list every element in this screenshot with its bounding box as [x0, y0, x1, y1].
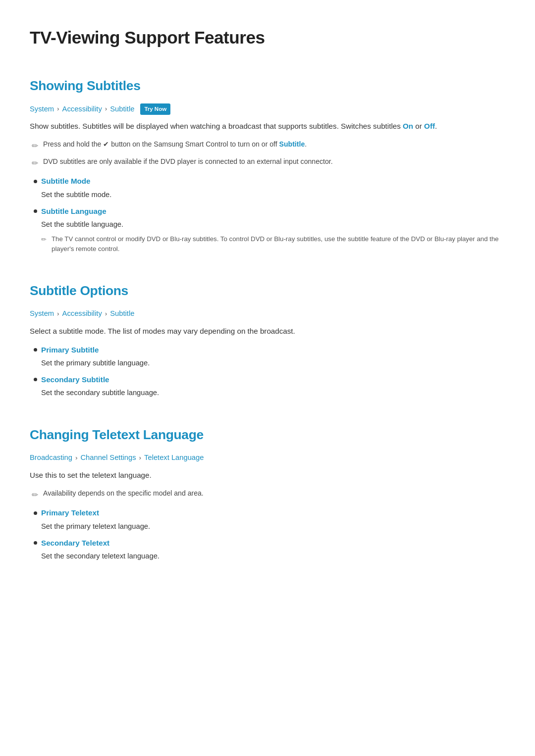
try-now-badge[interactable]: Try Now	[140, 103, 170, 114]
bullet-title: Secondary Subtitle	[34, 374, 505, 386]
breadcrumb-subtitle-options: System›Accessibility›Subtitle	[30, 308, 505, 320]
breadcrumb-changing-teletext: Broadcasting›Channel Settings›Teletext L…	[30, 452, 505, 464]
bullet-title: Primary Teletext	[34, 507, 505, 519]
section-changing-teletext: Changing Teletext LanguageBroadcasting›C…	[30, 424, 505, 562]
off-label: Off	[424, 122, 435, 130]
breadcrumb-separator: ›	[57, 103, 59, 114]
section-description: Show subtitles. Subtitles will be displa…	[30, 120, 505, 132]
list-item: Subtitle LanguageSet the subtitle langua…	[30, 205, 505, 254]
bullet-title-text: Secondary Subtitle	[41, 374, 109, 386]
sub-note: ✏The TV cannot control or modify DVD or …	[34, 234, 505, 254]
list-item: Primary SubtitleSet the primary subtitle…	[30, 344, 505, 369]
bullet-dot-icon	[34, 378, 37, 381]
list-item: Subtitle ModeSet the subtitle mode.	[30, 175, 505, 200]
bullet-title-text: Primary Teletext	[41, 507, 99, 519]
section-description: Use this to set the teletext language.	[30, 469, 505, 481]
bullet-description: Set the subtitle mode.	[34, 189, 505, 201]
bullet-dot-icon	[34, 180, 37, 183]
breadcrumb-item-0[interactable]: System	[30, 103, 54, 115]
breadcrumb-item-2[interactable]: Teletext Language	[144, 452, 204, 464]
list-item: Primary TeletextSet the primary teletext…	[30, 507, 505, 532]
breadcrumb-item-1[interactable]: Channel Settings	[80, 452, 136, 464]
breadcrumb-separator: ›	[75, 453, 78, 463]
bullet-description: Set the primary teletext language.	[34, 521, 505, 532]
bullet-description: Set the subtitle language.	[34, 219, 505, 230]
breadcrumb-item-1[interactable]: Accessibility	[62, 103, 102, 115]
breadcrumb-item-2[interactable]: Subtitle	[110, 103, 134, 115]
heading-changing-teletext: Changing Teletext Language	[30, 424, 505, 445]
list-item: Secondary SubtitleSet the secondary subt…	[30, 374, 505, 399]
pencil-icon: ✏	[41, 235, 47, 245]
bullet-title: Secondary Teletext	[34, 537, 505, 549]
bullet-description: Set the primary subtitle language.	[34, 357, 505, 369]
page-title: TV-Viewing Support Features	[30, 24, 505, 51]
heading-showing-subtitles: Showing Subtitles	[30, 75, 505, 96]
breadcrumb-separator: ›	[139, 453, 142, 463]
note-text: Press and hold the ✔ button on the Samsu…	[43, 139, 307, 150]
availability-note-text: Availability depends on the specific mod…	[43, 488, 204, 499]
note-highlight: Subtitle	[279, 140, 305, 148]
breadcrumb-item-0[interactable]: System	[30, 308, 54, 320]
note-item-1: ✏DVD subtitles are only available if the…	[30, 156, 505, 170]
bullet-dot-icon	[34, 511, 37, 515]
availability-note: ✏Availability depends on the specific mo…	[30, 488, 505, 502]
bullet-dot-icon	[34, 348, 37, 352]
breadcrumb-showing-subtitles: System›Accessibility›SubtitleTry Now	[30, 103, 505, 115]
note-item-0: ✏Press and hold the ✔ button on the Sams…	[30, 139, 505, 152]
section-subtitle-options: Subtitle OptionsSystem›Accessibility›Sub…	[30, 280, 505, 399]
pencil-icon: ✏	[32, 489, 38, 502]
breadcrumb-item-2[interactable]: Subtitle	[110, 308, 134, 320]
breadcrumb-item-0[interactable]: Broadcasting	[30, 452, 72, 464]
bullet-dot-icon	[34, 209, 37, 213]
section-description: Select a subtitle mode. The list of mode…	[30, 325, 505, 337]
on-label: On	[403, 122, 413, 130]
bullet-title-text: Primary Subtitle	[41, 344, 99, 356]
heading-subtitle-options: Subtitle Options	[30, 280, 505, 301]
bullet-description: Set the secondary teletext language.	[34, 551, 505, 562]
bullet-list-showing-subtitles: Subtitle ModeSet the subtitle mode.Subti…	[30, 175, 505, 254]
bullet-title: Subtitle Language	[34, 205, 505, 217]
section-showing-subtitles: Showing SubtitlesSystem›Accessibility›Su…	[30, 75, 505, 254]
bullet-title-text: Subtitle Language	[41, 205, 107, 217]
bullet-title-text: Secondary Teletext	[41, 537, 109, 549]
sub-note-text: The TV cannot control or modify DVD or B…	[52, 234, 505, 254]
breadcrumb-separator: ›	[105, 308, 107, 319]
pencil-icon: ✏	[32, 140, 38, 152]
breadcrumb-separator: ›	[105, 103, 107, 114]
bullet-title: Primary Subtitle	[34, 344, 505, 356]
pencil-icon: ✏	[32, 157, 38, 170]
breadcrumb-item-1[interactable]: Accessibility	[62, 308, 102, 320]
bullet-description: Set the secondary subtitle language.	[34, 387, 505, 399]
bullet-list-subtitle-options: Primary SubtitleSet the primary subtitle…	[30, 344, 505, 399]
bullet-title-text: Subtitle Mode	[41, 175, 91, 187]
bullet-title: Subtitle Mode	[34, 175, 505, 187]
bullet-dot-icon	[34, 541, 37, 545]
list-item: Secondary TeletextSet the secondary tele…	[30, 537, 505, 562]
bullet-list-changing-teletext: Primary TeletextSet the primary teletext…	[30, 507, 505, 561]
breadcrumb-separator: ›	[57, 308, 59, 319]
note-text: DVD subtitles are only available if the …	[43, 156, 333, 167]
